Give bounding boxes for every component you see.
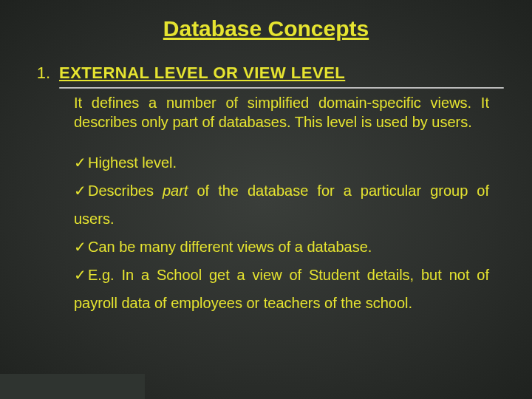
bullet-text-pre: Describes (88, 183, 163, 199)
bullet-text: Highest level. (88, 154, 177, 171)
check-icon: ✓ (74, 177, 86, 205)
list-item: ✓Describes part of the database for a pa… (74, 177, 489, 233)
bottom-bar (0, 374, 145, 399)
list-item: ✓E.g. In a School get a view of Student … (74, 261, 489, 317)
section: 1. EXTERNAL LEVEL OR VIEW LEVEL It defin… (0, 41, 532, 317)
list-item: ✓Highest level. (74, 149, 489, 177)
list-item: ✓Can be many different views of a databa… (74, 233, 489, 261)
list-number: 1. (21, 64, 50, 83)
section-description: It defines a number of simplified domain… (74, 93, 489, 132)
check-icon: ✓ (74, 261, 86, 289)
bullet-text-italic: part (163, 183, 188, 199)
check-icon: ✓ (74, 233, 86, 261)
heading-row: 1. EXTERNAL LEVEL OR VIEW LEVEL (21, 64, 511, 83)
check-icon: ✓ (74, 149, 86, 177)
slide-title: Database Concepts (0, 0, 532, 41)
bullet-list: ✓Highest level. ✓Describes part of the d… (74, 149, 489, 317)
heading-underline (59, 87, 504, 89)
bullet-text: E.g. In a School get a view of Student d… (74, 267, 489, 311)
section-heading: EXTERNAL LEVEL OR VIEW LEVEL (59, 64, 345, 83)
bullet-text: Can be many different views of a databas… (88, 239, 372, 255)
